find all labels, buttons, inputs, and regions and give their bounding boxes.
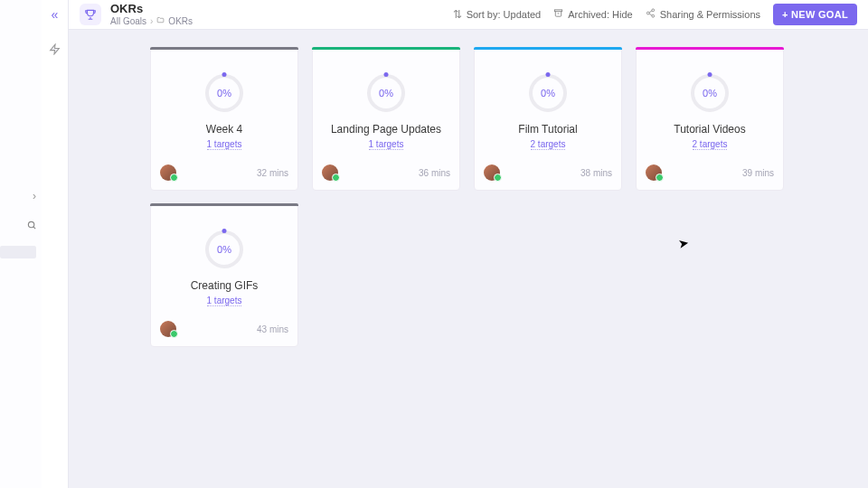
progress-ring: 0% [529, 74, 567, 112]
goal-card[interactable]: 0% Creating GIFs 1 targets 43 mins [150, 204, 298, 347]
progress-text: 0% [541, 88, 555, 99]
avatar[interactable] [160, 321, 176, 337]
svg-point-6 [652, 14, 655, 17]
targets-link[interactable]: 1 targets [369, 139, 404, 150]
card-stripe [150, 47, 298, 50]
archived-label: Archived: Hide [568, 9, 633, 20]
time-label: 43 mins [257, 324, 288, 334]
header: OKRs All Goals › OKRs ⇅ Sort by: Updated… [69, 0, 868, 30]
svg-point-5 [646, 12, 649, 14]
targets-link[interactable]: 1 targets [207, 139, 242, 150]
progress-text: 0% [217, 88, 231, 99]
chevron-right-icon: › [150, 16, 153, 26]
breadcrumb-folder[interactable]: OKRs [168, 16, 193, 26]
svg-marker-2 [51, 44, 60, 54]
page-title: OKRs [110, 3, 193, 15]
goal-card[interactable]: 0% Tutorial Videos 2 targets 39 mins [636, 48, 784, 191]
svg-line-7 [649, 11, 652, 13]
targets-link[interactable]: 2 targets [693, 139, 728, 150]
progress-dot-icon [222, 72, 227, 77]
sort-icon: ⇅ [453, 8, 462, 21]
card-footer: 38 mins [484, 164, 612, 181]
goal-title: Film Tutorial [518, 123, 577, 136]
targets-link[interactable]: 1 targets [207, 296, 242, 306]
new-goal-button[interactable]: + NEW GOAL [773, 4, 857, 25]
svg-point-0 [28, 221, 33, 227]
progress-ring: 0% [205, 74, 243, 112]
goal-card[interactable]: 0% Week 4 1 targets 32 mins [150, 48, 298, 191]
folder-icon [156, 16, 165, 26]
progress-dot-icon [546, 72, 551, 77]
header-titles: OKRs All Goals › OKRs [110, 3, 193, 25]
header-actions: ⇅ Sort by: Updated Archived: Hide Sharin… [453, 4, 857, 25]
progress-ring: 0% [205, 230, 243, 268]
time-label: 39 mins [742, 168, 774, 178]
progress-dot-icon [384, 72, 389, 77]
chevron-right-icon[interactable]: › [33, 190, 36, 202]
sidebar-narrow: « [42, 0, 69, 488]
goal-title: Week 4 [206, 123, 242, 136]
svg-line-1 [33, 227, 35, 229]
archive-icon [553, 8, 563, 21]
lightning-icon[interactable] [49, 43, 61, 58]
sharing-button[interactable]: Sharing & Permissions [646, 8, 760, 21]
card-stripe [474, 47, 622, 50]
targets-link[interactable]: 2 targets [531, 139, 566, 150]
progress-text: 0% [379, 88, 393, 99]
avatar[interactable] [646, 164, 662, 181]
goal-card[interactable]: 0% Landing Page Updates 1 targets 36 min… [312, 48, 460, 191]
sort-label: Sort by: Updated [467, 9, 542, 20]
search-icon[interactable] [27, 221, 37, 233]
card-footer: 36 mins [322, 164, 450, 181]
left-placeholder [0, 246, 36, 258]
avatar[interactable] [322, 164, 338, 181]
progress-ring: 0% [691, 74, 729, 112]
progress-dot-icon [708, 72, 712, 77]
time-label: 32 mins [257, 168, 288, 178]
goals-grid: 0% Week 4 1 targets 32 mins 0% Landing P… [69, 30, 868, 488]
left-panel: › ⌄ [0, 0, 42, 488]
card-footer: 32 mins [160, 164, 288, 181]
time-label: 36 mins [419, 168, 450, 178]
card-footer: 39 mins [646, 164, 774, 181]
progress-dot-icon [222, 229, 227, 233]
trophy-icon [80, 4, 101, 25]
breadcrumb-root[interactable]: All Goals [110, 16, 146, 26]
goal-title: Tutorial Videos [674, 123, 745, 136]
card-stripe [312, 47, 460, 50]
archived-button[interactable]: Archived: Hide [553, 8, 633, 21]
card-stripe [150, 203, 298, 206]
svg-point-4 [652, 9, 655, 12]
sort-button[interactable]: ⇅ Sort by: Updated [453, 8, 542, 21]
progress-text: 0% [703, 88, 717, 99]
share-icon [646, 8, 656, 21]
progress-ring: 0% [367, 74, 405, 112]
goal-title: Creating GIFs [191, 279, 259, 292]
card-stripe [636, 47, 784, 50]
avatar[interactable] [484, 164, 500, 181]
sharing-label: Sharing & Permissions [660, 9, 760, 20]
goal-title: Landing Page Updates [331, 123, 441, 136]
svg-rect-3 [555, 10, 562, 12]
card-footer: 43 mins [160, 321, 288, 337]
goal-card[interactable]: 0% Film Tutorial 2 targets 38 mins [474, 48, 622, 191]
breadcrumb[interactable]: All Goals › OKRs [110, 16, 193, 26]
collapse-icon[interactable]: « [52, 7, 59, 22]
svg-line-8 [649, 14, 652, 15]
progress-text: 0% [217, 244, 231, 255]
avatar[interactable] [160, 164, 176, 181]
time-label: 38 mins [580, 168, 612, 178]
